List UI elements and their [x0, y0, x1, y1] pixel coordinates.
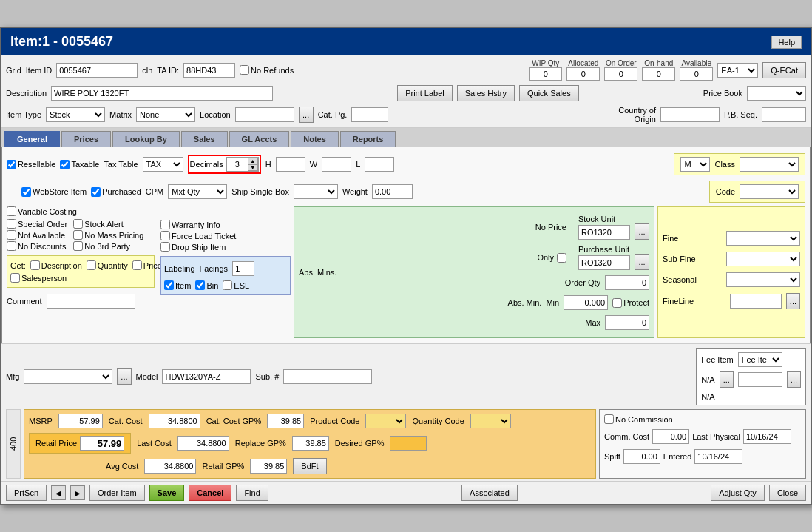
item-id-input[interactable] — [56, 63, 138, 78]
unit-select[interactable]: EA-1 — [717, 63, 758, 78]
ta-id-input[interactable] — [183, 63, 235, 78]
decimals-input[interactable] — [227, 158, 248, 171]
item-type-select[interactable]: Stock — [46, 107, 105, 122]
facings-input[interactable] — [232, 261, 254, 276]
quantity-code-select[interactable] — [470, 414, 511, 428]
cat-cost-input[interactable] — [149, 414, 200, 428]
fee-item-input-1[interactable] — [738, 372, 782, 387]
no-mass-pricing-checkbox[interactable]: No Mass Pricing — [73, 230, 143, 240]
code-select[interactable] — [740, 184, 799, 199]
entered-input[interactable] — [694, 449, 742, 464]
cancel-button[interactable]: Cancel — [189, 485, 231, 501]
location-input[interactable] — [235, 107, 294, 122]
description-input[interactable] — [51, 86, 273, 101]
avg-cost-input[interactable] — [144, 459, 196, 474]
purchased-checkbox[interactable]: Purchased — [91, 187, 141, 197]
esl-checkbox[interactable]: ESL — [223, 280, 249, 290]
spiff-input[interactable] — [623, 449, 660, 464]
order-qty-input[interactable] — [605, 275, 649, 290]
price-book-select[interactable] — [747, 86, 806, 101]
cat-cost-gp-input[interactable] — [267, 414, 304, 428]
item-checkbox[interactable]: Item — [164, 280, 191, 290]
no-discounts-checkbox[interactable]: No Discounts — [7, 241, 67, 251]
adjust-qty-button[interactable]: Adjust Qty — [711, 485, 765, 501]
tab-general[interactable]: General — [4, 131, 60, 147]
decimals-down-button[interactable]: ▼ — [248, 164, 258, 171]
special-order-checkbox[interactable]: Special Order — [7, 219, 67, 229]
cat-pg-input[interactable] — [351, 107, 388, 122]
stock-unit-browse-button[interactable]: ... — [635, 223, 649, 240]
find-button[interactable]: Find — [236, 485, 268, 501]
get-description-checkbox[interactable]: Description — [30, 260, 82, 270]
last-cost-input[interactable] — [177, 436, 229, 451]
purchase-unit-input[interactable] — [578, 255, 630, 270]
fineline-browse-button[interactable]: ... — [786, 293, 800, 309]
close-button[interactable]: Close — [769, 485, 806, 501]
ship-single-select[interactable] — [294, 184, 338, 199]
fee-item-select[interactable]: Fee Ite — [738, 352, 782, 367]
force-load-checkbox[interactable]: Force Load Ticket — [160, 231, 291, 240]
last-physical-input[interactable] — [743, 429, 791, 444]
not-available-checkbox[interactable]: Not Available — [7, 230, 67, 240]
help-button[interactable]: Help — [771, 36, 802, 49]
h-input[interactable] — [276, 157, 305, 172]
get-quantity-checkbox[interactable]: Quantity — [87, 260, 128, 270]
on-order-input[interactable] — [604, 67, 637, 81]
tab-notes[interactable]: Notes — [291, 131, 339, 147]
no-3rd-party-checkbox[interactable]: No 3rd Party — [73, 241, 143, 251]
save-button[interactable]: Save — [149, 485, 185, 501]
class-select[interactable] — [740, 157, 799, 172]
print-label-button[interactable]: Print Label — [397, 85, 453, 101]
stock-alert-checkbox[interactable]: Stock Alert — [73, 219, 143, 229]
weight-input[interactable] — [372, 184, 413, 199]
retail-price-input[interactable] — [80, 436, 124, 451]
fine-select[interactable] — [726, 231, 800, 246]
decimals-up-button[interactable]: ▲ — [248, 158, 258, 164]
variable-costing-checkbox[interactable]: Variable Costing — [7, 206, 155, 216]
decimals-spin-buttons[interactable]: ▲ ▼ — [248, 158, 258, 171]
associated-button[interactable]: Associated — [461, 485, 518, 501]
bin-checkbox[interactable]: Bin — [195, 280, 218, 290]
sub-num-input[interactable] — [283, 369, 372, 384]
tax-table-select[interactable]: TAX — [143, 157, 183, 172]
seasonal-select[interactable] — [726, 272, 800, 287]
fee-item-browse-1[interactable]: ... — [720, 371, 734, 388]
no-refunds-checkbox[interactable]: No Refunds — [240, 65, 294, 75]
mfg-browse-button[interactable]: ... — [117, 368, 131, 385]
bdft-button[interactable]: BdFt — [293, 458, 326, 474]
purchase-unit-browse-button[interactable]: ... — [635, 254, 649, 270]
tab-prices[interactable]: Prices — [61, 131, 111, 147]
m-select[interactable]: M — [680, 157, 710, 172]
allocated-input[interactable] — [566, 67, 600, 81]
comment-input[interactable] — [47, 294, 135, 309]
wip-qty-input[interactable] — [529, 67, 562, 81]
available-input[interactable] — [680, 67, 713, 81]
comm-cost-input[interactable] — [652, 429, 689, 444]
sales-hstry-button[interactable]: Sales Hstry — [457, 85, 515, 101]
tab-glaccts[interactable]: GL Accts — [229, 131, 290, 147]
l-input[interactable] — [365, 157, 394, 172]
protect-checkbox[interactable]: Protect — [612, 298, 649, 308]
warranty-info-checkbox[interactable]: Warranty Info — [160, 220, 291, 229]
min-input[interactable] — [564, 295, 608, 310]
drop-ship-checkbox[interactable]: Drop Ship Item — [160, 242, 291, 252]
pb-seq-input[interactable] — [762, 107, 806, 122]
tab-sales[interactable]: Sales — [181, 131, 228, 147]
msrp-input[interactable] — [58, 414, 103, 428]
cpm-select[interactable]: Mxt Qty — [168, 184, 227, 199]
sub-fine-select[interactable] — [726, 252, 800, 266]
decimals-spinbox[interactable]: ▲ ▼ — [226, 157, 259, 172]
taxable-checkbox[interactable]: Taxable — [60, 160, 99, 169]
nav-back-button[interactable]: ◀ — [51, 485, 66, 500]
max-input[interactable] — [605, 315, 649, 330]
desired-gp-input[interactable] — [390, 436, 427, 451]
order-item-button[interactable]: Order Item — [89, 485, 145, 501]
no-commission-checkbox[interactable]: No Commission — [604, 414, 673, 424]
fineline-input[interactable] — [730, 294, 782, 309]
product-code-select[interactable] — [365, 414, 406, 428]
mfg-select[interactable] — [24, 369, 112, 384]
matrix-select[interactable]: None — [136, 107, 195, 122]
location-browse-button[interactable]: ... — [299, 107, 314, 123]
get-salesperson-checkbox[interactable]: Salesperson — [10, 273, 67, 283]
fee-item-browse-2[interactable]: ... — [787, 371, 801, 388]
